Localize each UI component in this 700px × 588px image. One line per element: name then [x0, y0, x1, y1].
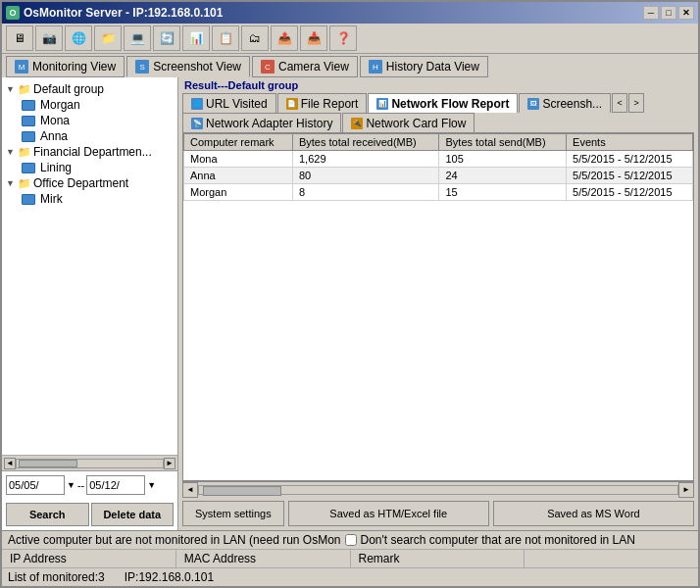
cell-computer-2: Anna: [184, 168, 293, 184]
mac-address-label: MAC Address: [184, 552, 256, 565]
cell-sent-3: 15: [439, 184, 567, 201]
maximize-button[interactable]: □: [661, 6, 676, 20]
toolbar-list[interactable]: 📋: [212, 25, 239, 51]
save-htm-button[interactable]: Saved as HTM/Excel file: [288, 501, 489, 526]
tab-network-card[interactable]: 🔌 Network Card Flow: [342, 113, 475, 132]
toolbar-network[interactable]: 🌐: [65, 25, 92, 51]
col-sent: Bytes total send(MB): [439, 134, 567, 151]
scroll-right-arrow[interactable]: ►: [678, 482, 694, 498]
network-card-icon: 🔌: [351, 118, 363, 129]
cell-sent-1: 105: [439, 151, 567, 168]
result-label: Result---Default group: [178, 77, 698, 93]
tab-camera[interactable]: C Camera View: [252, 56, 358, 77]
toolbar-computer[interactable]: 💻: [124, 25, 151, 51]
tab-nav-next[interactable]: >: [628, 93, 644, 113]
status-info-row: List of monitored:3 IP:192.168.0.101: [2, 567, 698, 586]
tab-network-flow[interactable]: 📊 Network Flow Report: [368, 93, 518, 113]
screenshot-tab-icon: 🖼: [527, 98, 539, 110]
history-icon: H: [369, 60, 382, 74]
cell-events-3: 5/5/2015 - 5/12/2015: [567, 184, 693, 201]
system-settings-button[interactable]: System settings: [182, 501, 284, 526]
cell-computer-1: Mona: [184, 151, 293, 168]
tree-scroll-thumb[interactable]: [19, 460, 77, 467]
tab-screenshot[interactable]: S Screenshot View: [126, 56, 250, 77]
ip-address-cell: IP Address: [2, 550, 176, 567]
ip-address-label: IP Address: [10, 552, 67, 565]
tree-area[interactable]: ▼ 📁 Default group Morgan Mona Anna: [2, 77, 177, 455]
toolbar-help[interactable]: ❓: [329, 25, 357, 51]
main-area: ▼ 📁 Default group Morgan Mona Anna: [2, 77, 698, 530]
monitoring-icon: M: [15, 60, 28, 74]
toolbar-refresh[interactable]: 🔄: [153, 25, 180, 51]
status-message: Active computer but are not monitored in…: [8, 533, 341, 547]
scroll-right-btn[interactable]: ►: [164, 458, 175, 469]
tab-url-visited[interactable]: 🌐 URL Visited: [182, 93, 276, 113]
title-bar: O OsMonitor Server - IP:192.168.0.101 ─ …: [2, 2, 698, 24]
expand-icon-office[interactable]: ▼: [6, 178, 16, 188]
computer-anna-label: Anna: [40, 129, 68, 143]
group-financial-label: Financial Departmen...: [33, 145, 152, 159]
expand-icon-financial[interactable]: ▼: [6, 147, 16, 157]
scroll-left-arrow[interactable]: ◄: [182, 482, 198, 498]
tab-screenshot-label: Screenshot View: [153, 60, 241, 74]
tab-network-flow-label: Network Flow Report: [391, 97, 509, 111]
toolbar-report[interactable]: 📊: [182, 25, 210, 51]
tree-scrollbar[interactable]: ◄ ►: [2, 455, 177, 470]
tab-screenshot[interactable]: 🖼 Screensh...: [519, 93, 611, 113]
group-office-label: Office Department: [33, 176, 128, 190]
remark-label: Remark: [359, 552, 400, 565]
status-area: Active computer but are not monitored in…: [2, 530, 698, 586]
date-range: ▼ -- ▼: [2, 470, 177, 499]
expand-icon-default[interactable]: ▼: [6, 84, 16, 94]
sidebar: ▼ 📁 Default group Morgan Mona Anna: [2, 77, 178, 530]
tree-morgan[interactable]: Morgan: [22, 97, 174, 113]
extra-cell: [525, 550, 698, 567]
minimize-button[interactable]: ─: [643, 6, 659, 20]
no-monitor-checkbox[interactable]: [345, 534, 357, 546]
date-from-input[interactable]: [6, 475, 65, 495]
toolbar-folder[interactable]: 🗂: [241, 25, 269, 51]
bottom-toolbar: System settings Saved as HTM/Excel file …: [178, 497, 698, 530]
h-scroll-track[interactable]: [198, 485, 678, 495]
folder-icon-office: 📁: [18, 177, 31, 190]
tree-office-group[interactable]: ▼ 📁 Office Department: [6, 175, 174, 191]
tree-financial-group[interactable]: ▼ 📁 Financial Departmen...: [6, 144, 174, 160]
mac-address-cell: MAC Address: [176, 550, 351, 567]
toolbar-screenshot[interactable]: 📷: [35, 25, 63, 51]
tree-mona[interactable]: Mona: [22, 113, 174, 128]
network-adapter-icon: 📡: [191, 118, 203, 129]
close-button[interactable]: ✕: [678, 6, 694, 20]
tree-mirk[interactable]: Mirk: [22, 191, 174, 207]
table-row[interactable]: Mona 1,629 105 5/5/2015 - 5/12/2015: [184, 151, 693, 168]
toolbar-download[interactable]: 📥: [300, 25, 327, 51]
tree-scroll-track[interactable]: [16, 459, 164, 468]
tree-anna[interactable]: Anna: [22, 128, 174, 144]
save-word-button[interactable]: Saved as MS Word: [493, 501, 694, 526]
toolbar-upload[interactable]: 📤: [271, 25, 298, 51]
inner-tabs-row2: 📡 Network Adapter History 🔌 Network Card…: [178, 113, 698, 132]
data-table-container[interactable]: Computer remark Bytes total received(MB)…: [182, 132, 694, 481]
tab-history[interactable]: H History Data View: [360, 56, 488, 77]
search-button[interactable]: Search: [6, 503, 89, 526]
computer-icon-morgan: [22, 100, 35, 111]
toolbar-file[interactable]: 📁: [94, 25, 122, 51]
computer-lining-label: Lining: [40, 161, 72, 174]
delete-button[interactable]: Delete data: [91, 503, 175, 526]
checkbox-label: Don't search computer that are not monit…: [361, 533, 635, 547]
table-row[interactable]: Anna 80 24 5/5/2015 - 5/12/2015: [184, 168, 693, 184]
scroll-left-btn[interactable]: ◄: [4, 458, 16, 469]
cell-received-1: 1,629: [292, 151, 439, 168]
tab-monitoring[interactable]: M Monitoring View: [6, 56, 125, 77]
tab-file-report[interactable]: 📄 File Report: [277, 93, 368, 113]
date-to-input[interactable]: [86, 475, 145, 495]
tab-nav-prev[interactable]: <: [612, 93, 627, 113]
tree-default-group[interactable]: ▼ 📁 Default group: [6, 81, 174, 97]
status-fields-row: IP Address MAC Address Remark: [2, 549, 698, 567]
table-scrollbar[interactable]: ◄ ►: [182, 481, 694, 497]
tab-network-adapter[interactable]: 📡 Network Adapter History: [182, 113, 341, 132]
table-row[interactable]: Morgan 8 15 5/5/2015 - 5/12/2015: [184, 184, 693, 201]
toolbar-monitoring[interactable]: 🖥: [6, 25, 33, 51]
monitored-count: List of monitored:3: [8, 570, 105, 584]
tree-lining[interactable]: Lining: [22, 160, 174, 175]
h-scroll-thumb[interactable]: [203, 486, 281, 496]
